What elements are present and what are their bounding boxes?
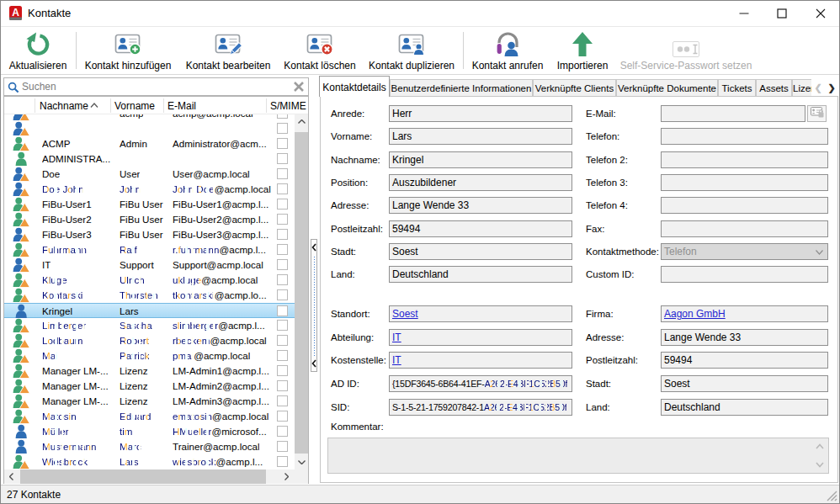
field-custom-id[interactable]: [661, 266, 828, 283]
field-adresse[interactable]: Lange Wende 33: [389, 197, 572, 214]
tab-scroll-next-icon[interactable]: ❯: [825, 82, 838, 93]
field-stadt[interactable]: Soest: [389, 243, 572, 260]
field-telefon-4[interactable]: [661, 197, 828, 214]
field-e-mail[interactable]: [661, 105, 805, 122]
field-label-telefon-3: Telefon 3:: [586, 177, 628, 188]
comment-scroll-down-icon[interactable]: [816, 462, 824, 468]
field-label-land: Land:: [331, 268, 355, 280]
field-link-standort[interactable]: Soest: [392, 308, 418, 320]
field-label-e-mail: E-Mail:: [586, 108, 616, 119]
field-nachname[interactable]: Kringel: [389, 151, 572, 168]
field-label-telefon-4: Telefon 4:: [586, 199, 628, 211]
field-label-abteilung: Abteilung:: [331, 332, 374, 343]
field-link-kostenstelle[interactable]: IT: [392, 354, 401, 366]
field-label-stadt: Stadt:: [331, 246, 356, 257]
field-label-adresse: Adresse:: [586, 332, 624, 343]
redacted-text: A262-E4BF1C52B50f: [484, 402, 566, 412]
field-standort[interactable]: Soest: [389, 305, 572, 322]
combo-chevron-icon: [816, 250, 823, 255]
field-label-anrede: Anrede:: [331, 108, 364, 119]
field-adresse[interactable]: Lange Wende 33: [661, 329, 828, 346]
field-label-sid: SID:: [331, 401, 349, 413]
field-label-fax: Fax:: [586, 223, 604, 235]
field-label-position: Position:: [331, 177, 368, 188]
field-label-standort: Standort:: [331, 308, 370, 320]
redacted-text: A262-E4BF1C52B50f: [485, 379, 567, 389]
kommentar-textarea[interactable]: [327, 438, 829, 474]
field-telefon-3[interactable]: [661, 174, 828, 191]
field-label-adresse: Adresse:: [331, 199, 369, 211]
field-label-nachname: Nachname:: [331, 154, 380, 166]
field-label-ad-id: AD ID:: [331, 378, 359, 390]
field-kontaktmethode[interactable]: Telefon: [661, 243, 828, 260]
tab-scroll-prev-icon[interactable]: ❮: [811, 82, 825, 93]
field-link-abteilung[interactable]: IT: [392, 332, 401, 343]
tab-scroll-buttons: ❮ ❯: [811, 79, 840, 96]
field-link-firma[interactable]: Aagon GmbH: [664, 308, 726, 320]
field-stadt[interactable]: Soest: [661, 375, 828, 392]
field-label-kostenstelle: Kostenstelle:: [331, 354, 386, 366]
field-label-kommentar: Kommentar:: [331, 421, 384, 432]
email-vcard-icon: [811, 106, 824, 121]
contacts-window: A Kontakte Aktualisieren Kontakt hinzufü…: [0, 0, 840, 504]
field-label-stadt: Stadt:: [586, 378, 611, 390]
field-label-land: Land:: [586, 401, 610, 413]
field-telefon[interactable]: [661, 128, 828, 145]
field-firma[interactable]: Aagon GmbH: [661, 305, 828, 322]
field-label-vorname: Vorname:: [331, 130, 372, 142]
field-land[interactable]: Deutschland: [661, 399, 828, 416]
field-land[interactable]: Deutschland: [389, 266, 572, 283]
field-label-telefon-2: Telefon 2:: [586, 154, 628, 166]
field-sid[interactable]: S-1-5-21-1759207842-1A262-E4BF1C52B50f: [389, 399, 572, 416]
field-label-kontaktmethode: Kontaktmethode:: [586, 246, 659, 257]
field-kostenstelle[interactable]: IT: [389, 352, 572, 369]
field-label-custom-id: Custom ID:: [586, 268, 635, 280]
field-vorname[interactable]: Lars: [389, 128, 572, 145]
field-label-postleitzahl: Postleitzahl:: [331, 223, 383, 235]
field-abteilung[interactable]: IT: [389, 329, 572, 346]
field-postleitzahl[interactable]: 59494: [389, 220, 572, 237]
field-anrede[interactable]: Herr: [389, 105, 572, 122]
field-label-firma: Firma:: [586, 308, 614, 320]
field-telefon-2[interactable]: [661, 151, 828, 168]
field-fax[interactable]: [661, 220, 828, 237]
comment-scroll-up-icon[interactable]: [816, 443, 824, 449]
field-ad-id[interactable]: {15DF3645-6B64-41EF-A262-E4BF1C52B50f: [389, 375, 572, 392]
field-postleitzahl[interactable]: 59494: [661, 352, 828, 369]
field-label-telefon: Telefon:: [586, 130, 619, 142]
field-label-postleitzahl: Postleitzahl:: [586, 354, 638, 366]
email-field-button[interactable]: [807, 105, 827, 122]
field-position[interactable]: Auszubildener: [389, 174, 572, 191]
